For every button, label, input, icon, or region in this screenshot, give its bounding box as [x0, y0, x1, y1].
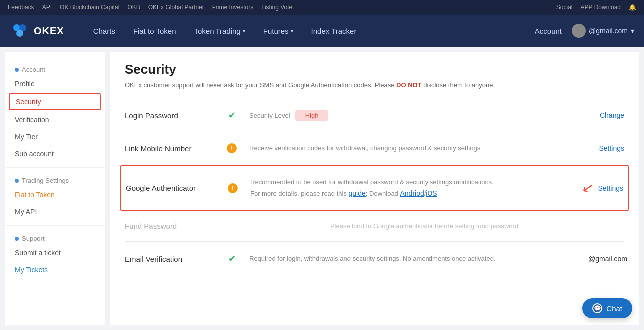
nav-right: Account @gmail.com ▾ — [535, 24, 634, 38]
chevron-down-icon: ▾ — [243, 28, 245, 34]
change-password-link[interactable]: Change — [600, 111, 624, 119]
avatar — [572, 24, 586, 38]
google-auth-middle: Recommended to be used for withdrawal pa… — [240, 177, 583, 199]
check-icon-2: ✔ — [224, 253, 239, 264]
sidebar-item-my-api[interactable]: My API — [5, 203, 105, 220]
page-title: Security — [125, 62, 624, 77]
ios-link[interactable]: iOS — [426, 189, 437, 197]
top-nav-feedback[interactable]: Feedback — [8, 4, 34, 11]
sidebar-item-my-tickets[interactable]: My Tickets — [5, 261, 105, 278]
top-nav-api[interactable]: API — [42, 4, 52, 11]
section-dot — [15, 237, 19, 241]
login-password-middle: Security Level High — [239, 110, 584, 121]
top-nav-okb[interactable]: OKB — [127, 4, 140, 11]
link-mobile-desc: Receive verification codes for withdrawa… — [249, 143, 574, 154]
sidebar-item-verification[interactable]: Verification — [5, 111, 105, 128]
security-warning: OKEx customer support will never ask for… — [125, 81, 624, 89]
chat-button[interactable]: 💬 Chat — [582, 298, 632, 318]
email-verification-label: Email Verification — [125, 255, 224, 263]
logo[interactable]: OKEX — [10, 21, 64, 41]
top-nav-prime-investors[interactable]: Prime Investors — [212, 4, 253, 11]
top-nav-listing-vote[interactable]: Listing Vote — [261, 4, 292, 11]
nav-fiat-to-token[interactable]: Fiat to Token — [124, 15, 185, 47]
chat-bubble-icon: 💬 — [592, 303, 602, 313]
top-nav-right: Social APP Download 🔔 — [556, 4, 636, 11]
sidebar-divider — [5, 167, 105, 168]
sidebar-item-sub-account[interactable]: Sub account — [5, 145, 105, 162]
fund-password-row: Fund Password Please bind to Google auth… — [125, 211, 624, 242]
sidebar-section-trading: Trading Settings — [5, 173, 105, 186]
sidebar-item-my-tier[interactable]: My Tier — [5, 128, 105, 145]
email-verification-email: @gmail.com — [588, 255, 627, 263]
main-nav: OKEX Charts Fiat to Token Token Trading … — [0, 15, 644, 47]
login-password-action: Change — [584, 111, 624, 119]
top-nav-global-partner[interactable]: OKEx Global Partner — [148, 4, 204, 11]
nav-charts[interactable]: Charts — [84, 15, 124, 47]
android-link[interactable]: Andriod — [400, 189, 424, 197]
nav-links: Charts Fiat to Token Token Trading ▾ Fut… — [84, 15, 535, 47]
sidebar-item-security[interactable]: Security — [9, 93, 101, 110]
top-nav-social[interactable]: Social — [556, 4, 573, 11]
chevron-down-icon: ▾ — [291, 28, 293, 34]
main-content: Security OKEx customer support will neve… — [110, 52, 639, 325]
section-dot — [15, 68, 19, 72]
nav-index-tracker[interactable]: Index Tracker — [302, 15, 366, 47]
sidebar-divider-2 — [5, 225, 105, 226]
link-mobile-label: Link Mobile Number — [125, 144, 224, 153]
link-mobile-action: Settings — [584, 144, 624, 152]
security-level-bar: High — [295, 110, 329, 121]
guide-link[interactable]: guide — [349, 189, 366, 197]
google-auth-row: Google Authenticator ! Recommended to be… — [120, 165, 629, 211]
link-mobile-middle: Receive verification codes for withdrawa… — [239, 143, 584, 154]
chat-label: Chat — [606, 304, 622, 313]
link-mobile-row: Link Mobile Number ! Receive verificatio… — [125, 132, 624, 165]
user-email[interactable]: @gmail.com ▾ — [572, 24, 634, 38]
google-auth-label: Google Authenticator — [126, 184, 225, 192]
sidebar: Account Profile Security Verification My… — [5, 52, 105, 325]
top-nav: Feedback API OK Blockchain Capital OKB O… — [0, 0, 644, 15]
page-layout: Account Profile Security Verification My… — [0, 47, 644, 330]
nav-token-trading[interactable]: Token Trading ▾ — [185, 15, 254, 47]
check-icon: ✔ — [224, 110, 239, 121]
section-dot — [15, 179, 19, 183]
email-verification-right: @gmail.com — [584, 253, 624, 265]
red-arrow-icon: ↙ — [580, 178, 594, 196]
security-level-wrap: Security Level High — [249, 110, 574, 121]
login-password-row: Login Password ✔ Security Level High Cha… — [125, 99, 624, 132]
logo-text: OKEX — [34, 25, 64, 37]
sidebar-section-account: Account — [5, 62, 105, 75]
google-auth-desc: Recommended to be used for withdrawal pa… — [250, 177, 573, 199]
chevron-down-icon: ▾ — [631, 27, 634, 35]
email-verification-row: Email Verification ✔ Required for login,… — [125, 242, 624, 276]
top-nav-okbc[interactable]: OK Blockchain Capital — [60, 4, 119, 11]
warn-icon-2: ! — [225, 183, 240, 193]
account-link[interactable]: Account — [535, 27, 562, 35]
login-password-label: Login Password — [125, 111, 224, 120]
fund-password-label: Fund Password — [125, 222, 224, 230]
sidebar-item-submit-ticket[interactable]: Submit a ticket — [5, 244, 105, 261]
sidebar-item-fiat-to-token[interactable]: Fiat to Token — [5, 186, 105, 203]
notification-icon[interactable]: 🔔 — [629, 4, 636, 11]
email-verification-desc: Required for login, withdrawals and secu… — [249, 254, 574, 264]
link-mobile-settings-link[interactable]: Settings — [599, 144, 624, 152]
google-auth-settings-link[interactable]: Settings — [598, 184, 623, 192]
fund-password-note: Please bind to Google authenticator befo… — [224, 222, 624, 230]
sidebar-item-profile[interactable]: Profile — [5, 75, 105, 92]
top-nav-app-download[interactable]: APP Download — [581, 4, 621, 11]
svg-point-2 — [16, 30, 23, 37]
nav-futures[interactable]: Futures ▾ — [254, 15, 302, 47]
sidebar-section-support: Support — [5, 231, 105, 244]
top-nav-links: Feedback API OK Blockchain Capital OKB O… — [8, 4, 292, 11]
warn-icon: ! — [224, 143, 239, 153]
email-verification-middle: Required for login, withdrawals and secu… — [239, 254, 584, 264]
google-auth-action: ↙ Settings — [583, 184, 623, 192]
